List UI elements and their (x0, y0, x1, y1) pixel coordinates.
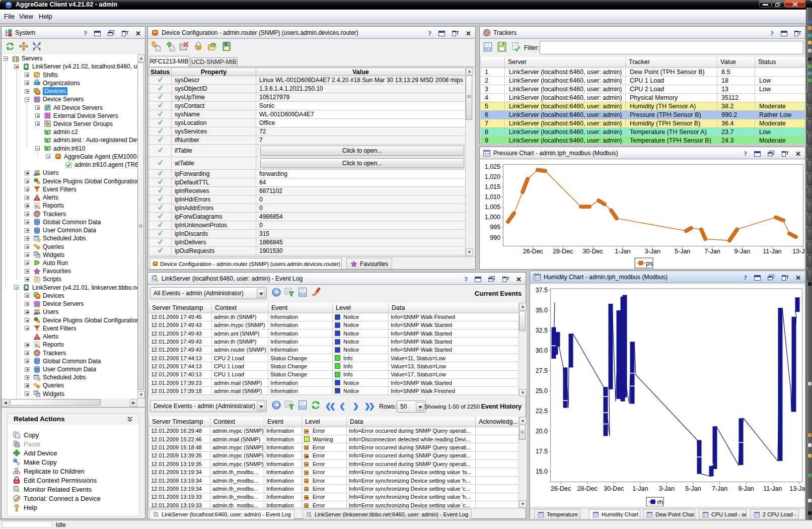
svg-text:11-Jan: 11-Jan (763, 248, 781, 255)
svg-text:35.0: 35.0 (536, 307, 548, 314)
svg-text:ps: ps (646, 259, 653, 267)
svg-text:27.5: 27.5 (536, 367, 548, 374)
svg-text:3-Jan: 3-Jan (645, 248, 660, 255)
svg-text:13-Jan: 13-Jan (792, 248, 805, 255)
svg-text:1,020: 1,020 (485, 173, 500, 180)
svg-text:7-Jan: 7-Jan (704, 248, 720, 255)
svg-text:1,000: 1,000 (485, 214, 500, 221)
svg-text:5-Jan: 5-Jan (685, 485, 701, 492)
svg-text:9-Jan: 9-Jan (739, 485, 754, 492)
svg-text:20.0: 20.0 (536, 428, 548, 435)
svg-text:1,015: 1,015 (485, 183, 500, 190)
svg-text:995: 995 (490, 224, 500, 231)
svg-text:11-Jan: 11-Jan (763, 485, 782, 492)
svg-text:15.0: 15.0 (536, 468, 548, 475)
svg-text:1-Jan: 1-Jan (632, 485, 648, 492)
svg-text:37.5: 37.5 (536, 287, 548, 294)
svg-text:rh: rh (657, 498, 663, 506)
svg-text:26-Dec: 26-Dec (551, 485, 571, 492)
svg-text:30-Dec: 30-Dec (582, 248, 603, 255)
svg-text:28-Dec: 28-Dec (553, 248, 573, 255)
svg-text:7-Jan: 7-Jan (712, 485, 727, 492)
svg-text:13-Jan: 13-Jan (789, 485, 805, 492)
svg-text:5-Jan: 5-Jan (675, 248, 690, 255)
svg-text:3-Jan: 3-Jan (659, 485, 675, 492)
svg-text:30-Dec: 30-Dec (604, 485, 624, 492)
svg-text:17.5: 17.5 (536, 448, 548, 455)
svg-text:9-Jan: 9-Jan (734, 248, 750, 255)
svg-text:1-Jan: 1-Jan (615, 248, 630, 255)
svg-text:1,025: 1,025 (485, 163, 500, 170)
svg-text:22.5: 22.5 (536, 408, 548, 415)
svg-text:990: 990 (490, 234, 500, 241)
svg-text:32.5: 32.5 (536, 327, 548, 334)
svg-text:1,010: 1,010 (485, 193, 500, 201)
svg-text:1,005: 1,005 (485, 204, 500, 211)
svg-text:26-Dec: 26-Dec (523, 248, 543, 255)
svg-text:25.0: 25.0 (536, 387, 548, 394)
svg-text:30.0: 30.0 (536, 347, 548, 354)
svg-text:28-Dec: 28-Dec (577, 485, 597, 492)
